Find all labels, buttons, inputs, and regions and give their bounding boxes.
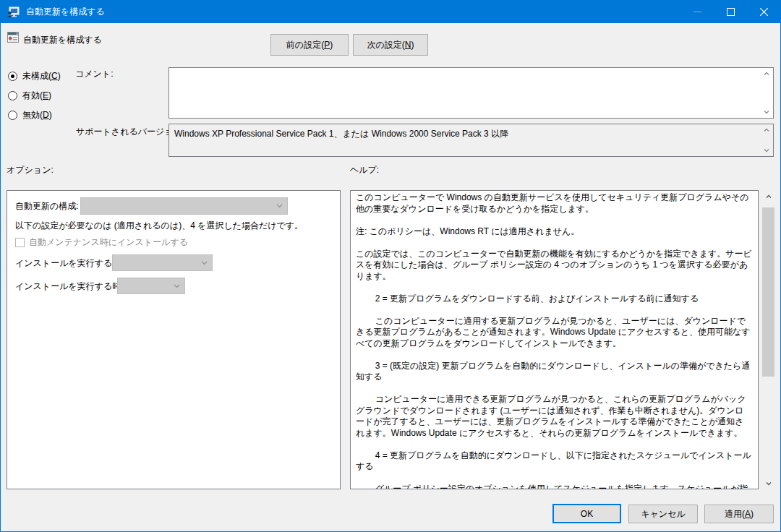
help-paragraph: このコンピューターで Windows の自動更新サービスを使用してセキュリティ更… [356, 192, 752, 215]
scroll-down-icon[interactable] [762, 477, 774, 489]
previous-setting-button[interactable]: 前の設定(P) [270, 34, 349, 56]
help-paragraph: グループ ポリシー設定のオプションを使用してスケジュールを指定します。スケジュー… [356, 484, 752, 489]
chevron-down-icon [173, 283, 181, 289]
help-paragraph [356, 383, 752, 395]
help-paragraph [356, 215, 752, 226]
comment-label: コメント: [75, 68, 113, 80]
comment-scroll-up-icon[interactable] [761, 69, 772, 79]
scheduled-time-label: インストールを実行する時間: [15, 280, 132, 293]
help-paragraph: この設定では、このコンピューターで自動更新の機能を有効にするかどうかを指定できま… [356, 249, 752, 283]
radio-disabled-label: 無効(D) [22, 109, 52, 121]
ok-button[interactable]: OK [552, 504, 621, 523]
help-paragraph: このコンピューターに適用する更新プログラムが見つかると、ユーザーには、ダウンロー… [356, 316, 752, 350]
options-note: 以下の設定が必要なのは (適用されるのは)、4 を選択した場合だけです。 [15, 220, 303, 232]
chevron-down-icon [276, 203, 283, 209]
help-paragraph: 3 = (既定の設定) 更新プログラムを自動的にダウンロードし、インストールの準… [356, 361, 752, 383]
help-paragraph [356, 473, 752, 484]
radio-disabled-circle[interactable] [8, 111, 17, 120]
scheduled-day-dropdown [112, 254, 213, 271]
radio-not-configured-circle[interactable] [8, 72, 17, 81]
comment-box [168, 67, 774, 119]
install-during-maintenance-label: 自動メンテナンス時にインストールする [29, 236, 188, 249]
next-setting-button[interactable]: 次の設定(N) [353, 34, 428, 56]
radio-enabled-circle[interactable] [8, 91, 17, 100]
close-button[interactable] [747, 1, 780, 23]
cancel-button[interactable]: キャンセル [628, 505, 698, 523]
help-paragraph: 4 = 更新プログラムを自動的にダウンロードし、以下に指定されたスケジュールでイ… [356, 450, 752, 473]
supported-scroll-down-icon[interactable] [761, 145, 772, 155]
comment-input[interactable] [169, 68, 761, 118]
help-text[interactable]: このコンピューターで Windows の自動更新サービスを使用してセキュリティ更… [350, 190, 759, 489]
minimize-button [680, 1, 714, 23]
scheduled-day-label: インストールを実行する日: [15, 257, 124, 270]
install-during-maintenance-checkbox [15, 238, 25, 247]
supported-scroll-up-icon[interactable] [761, 125, 772, 135]
help-paragraph [356, 304, 752, 316]
radio-disabled[interactable]: 無効(D) [8, 110, 52, 120]
help-paragraph [356, 282, 752, 293]
window-title: 自動更新を構成する [26, 6, 105, 18]
help-scrollbar[interactable] [762, 190, 774, 489]
options-panel: 自動更新の構成: 以下の設定が必要なのは (適用されるのは)、4 を選択した場合… [7, 190, 341, 489]
titlebar: 自動更新を構成する [1, 1, 780, 23]
help-paragraph: コンピューターに適用できる更新プログラムが見つかると、これらの更新プログラムがバ… [356, 394, 752, 439]
scheduled-time-dropdown [117, 278, 185, 294]
setting-title: 自動更新を構成する [23, 34, 102, 46]
supported-on-value: Windows XP Professional Service Pack 1、ま… [174, 128, 757, 140]
help-paragraph [356, 237, 752, 249]
policy-setting-icon [7, 32, 19, 43]
apply-button[interactable]: 適用(A) [704, 505, 774, 523]
radio-not-configured-label: 未構成(C) [22, 70, 61, 82]
options-label: オプション: [7, 164, 54, 176]
scrollbar-thumb[interactable] [762, 207, 774, 377]
scroll-up-icon[interactable] [762, 190, 774, 202]
radio-not-configured[interactable]: 未構成(C) [8, 71, 61, 81]
help-paragraph: 2 = 更新プログラムをダウンロードする前、およびインストールする前に通知する [356, 293, 752, 305]
maximize-button[interactable] [714, 1, 747, 23]
configure-updates-label: 自動更新の構成: [15, 200, 79, 213]
group-policy-icon [7, 7, 20, 18]
help-paragraph [356, 349, 752, 361]
help-paragraph [356, 439, 752, 450]
help-paragraph: 注: このポリシーは、Windows RT には適用されません。 [356, 226, 752, 238]
help-label: ヘルプ: [350, 164, 379, 176]
chevron-down-icon [200, 260, 208, 266]
comment-scroll-down-icon[interactable] [761, 107, 772, 117]
dialog-window: 自動更新を構成する 自動更新を構成する 前の設定(P) 次の設定(N) 未構成(… [0, 0, 781, 532]
configure-updates-dropdown [80, 197, 288, 215]
radio-enabled[interactable]: 有効(E) [8, 90, 51, 100]
supported-on-box: Windows XP Professional Service Pack 1、ま… [168, 124, 774, 157]
install-during-maintenance-row: 自動メンテナンス時にインストールする [15, 236, 188, 249]
radio-enabled-label: 有効(E) [22, 90, 51, 102]
